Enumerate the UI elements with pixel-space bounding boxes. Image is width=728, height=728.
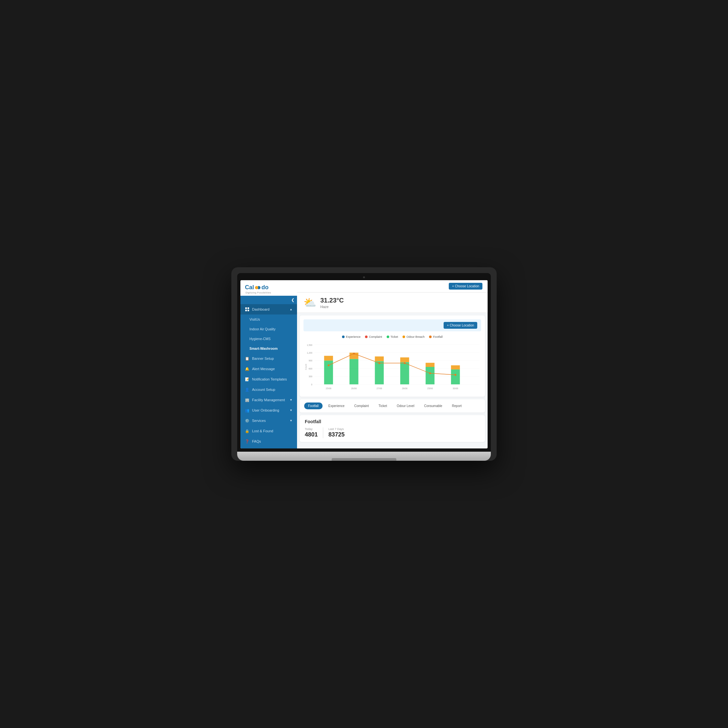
last7-label: Last 7 Days: [329, 427, 344, 431]
facility-icon: 🏢: [245, 398, 249, 402]
chart-legend: Experience Complaint Ticket Odour B: [303, 335, 481, 338]
stat-divider: [323, 427, 323, 438]
sidebar-item-lost-found[interactable]: 🔒 Lost & Found: [240, 426, 297, 436]
chart-section: + Choose Location Experience Complaint: [300, 315, 485, 397]
legend-complaint-label: Complaint: [369, 335, 382, 338]
sidebar-item-label: Alert Message: [252, 367, 275, 371]
laptop-frame: Cal do Digitizing Possibilities ❮: [231, 267, 497, 461]
svg-text:1,200: 1,200: [307, 352, 312, 354]
sidebar-item-label: Indoor Air Quality: [249, 327, 276, 331]
legend-footfall: Footfall: [429, 335, 443, 338]
tabs-section: Footfall Experience Complaint Ticket Odo…: [300, 399, 485, 413]
tabs-row: Footfall Experience Complaint Ticket Odo…: [304, 402, 480, 409]
tab-footfall[interactable]: Footfall: [304, 402, 323, 409]
svg-point-29: [429, 372, 431, 374]
sidebar-item-label: Facility Management: [252, 398, 285, 402]
footfall-dot: [429, 335, 431, 338]
weather-section: ⛅ 31.23°C Haze: [297, 292, 488, 313]
lost-found-icon: 🔒: [245, 429, 249, 433]
sidebar-collapse[interactable]: ❮: [240, 296, 297, 304]
sidebar-item-label: Dashboard: [252, 307, 269, 311]
sidebar-item-label: Notification Templates: [252, 377, 287, 381]
user-onboarding-arrow: ▼: [290, 408, 292, 412]
sidebar-item-banner-setup[interactable]: 📋 Banner Setup: [240, 353, 297, 364]
sidebar-item-smart-washroom[interactable]: Smart-Washroom: [240, 344, 297, 353]
sidebar-item-reports[interactable]: 📊 Reports: [240, 447, 297, 448]
sidebar-item-user-onboarding[interactable]: 👥 User Onboarding ▼: [240, 405, 297, 416]
svg-text:28/06: 28/06: [402, 387, 407, 390]
svg-point-27: [378, 362, 380, 364]
ticket-dot: [387, 335, 389, 338]
sidebar-nav: Dashboard ▲ VisitUs Indoor Air Quality H…: [240, 304, 297, 448]
svg-text:26/06: 26/06: [351, 387, 356, 390]
dashboard-icon: [245, 307, 249, 312]
tab-complaint[interactable]: Complaint: [350, 402, 373, 409]
svg-text:25/06: 25/06: [326, 387, 331, 390]
legend-footfall-label: Footfall: [433, 335, 443, 338]
complaint-dot: [365, 335, 367, 338]
laptop-base: [237, 452, 491, 461]
sidebar-item-notification-templates[interactable]: 📝 Notification Templates: [240, 374, 297, 384]
sidebar-item-label: User Onboarding: [252, 408, 279, 412]
tab-experience[interactable]: Experience: [324, 402, 349, 409]
svg-text:0: 0: [311, 384, 312, 386]
sidebar-item-label: Banner Setup: [252, 356, 274, 361]
logo-circles: [255, 286, 260, 289]
svg-rect-14: [324, 356, 333, 361]
tab-ticket[interactable]: Ticket: [375, 402, 391, 409]
svg-point-26: [353, 353, 355, 355]
collapse-icon[interactable]: ❮: [291, 298, 294, 302]
svg-text:300: 300: [309, 375, 312, 378]
sidebar-item-indoor-air[interactable]: Indoor Air Quality: [240, 324, 297, 334]
faqs-icon: ❓: [245, 439, 249, 444]
sidebar-item-label: Account Setup: [252, 388, 275, 392]
sidebar-item-visitus[interactable]: VisitUs: [240, 315, 297, 324]
today-value: 4801: [305, 431, 318, 438]
sidebar-item-alert-message[interactable]: 🔔 Alert Message: [240, 364, 297, 374]
services-icon: ⚙️: [245, 418, 249, 423]
legend-odour-breach-label: Odour Breach: [406, 335, 425, 338]
sidebar-item-hygiene-cms[interactable]: Hygiene-CMS: [240, 334, 297, 344]
tab-report[interactable]: Report: [448, 402, 466, 409]
sidebar: Cal do Digitizing Possibilities ❮: [240, 280, 297, 448]
weather-condition: Haze: [320, 305, 344, 309]
choose-location-button[interactable]: + Choose Location: [449, 283, 482, 290]
tab-consumable[interactable]: Consumable: [420, 402, 446, 409]
chart-svg: 1,500 1,200 900 600 300 0 Count: [303, 341, 481, 393]
sidebar-item-label: VisitUs: [249, 317, 260, 321]
stat-today: Today 4801: [305, 427, 318, 438]
sidebar-item-label: Lost & Found: [252, 429, 273, 433]
footfall-stats: Today 4801 Last 7 Days 83725: [305, 427, 480, 438]
legend-odour-breach: Odour Breach: [402, 335, 425, 338]
svg-rect-22: [425, 363, 434, 367]
svg-rect-24: [451, 365, 460, 370]
legend-experience-label: Experience: [346, 335, 361, 338]
main-content: + Choose Location ⛅ 31.23°C Haze + Choos…: [297, 280, 488, 448]
sidebar-item-label: FAQs: [252, 439, 261, 443]
logo-cal: Cal: [245, 284, 254, 291]
chart-choose-location-button[interactable]: + Choose Location: [444, 322, 477, 329]
svg-point-30: [454, 374, 457, 376]
weather-temperature: 31.23°C: [320, 297, 344, 304]
facility-arrow: ▼: [290, 398, 292, 402]
sidebar-item-label: Hygiene-CMS: [249, 337, 271, 341]
svg-rect-19: [400, 362, 409, 384]
tab-odour-level[interactable]: Odour Level: [393, 402, 418, 409]
footfall-section: Footfall Today 4801 Last 7 Days 83725: [300, 415, 485, 442]
sidebar-item-facility-management[interactable]: 🏢 Facility Management ▼: [240, 395, 297, 405]
sidebar-item-label: Smart-Washroom: [249, 347, 278, 350]
svg-rect-23: [451, 370, 460, 384]
logo-tagline: Digitizing Possibilities: [246, 292, 271, 294]
legend-complaint: Complaint: [365, 335, 382, 338]
sidebar-item-label: Services: [252, 419, 266, 422]
svg-rect-15: [349, 359, 358, 384]
svg-text:27/06: 27/06: [376, 387, 382, 390]
footfall-title: Footfall: [305, 419, 480, 424]
sidebar-item-faqs[interactable]: ❓ FAQs: [240, 436, 297, 447]
sidebar-item-dashboard[interactable]: Dashboard ▲: [240, 304, 297, 315]
sidebar-item-services[interactable]: ⚙️ Services ▼: [240, 416, 297, 426]
stat-last7: Last 7 Days 83725: [329, 427, 344, 438]
sidebar-item-account-setup[interactable]: 👤 Account Setup: [240, 384, 297, 395]
svg-text:Count: Count: [305, 364, 307, 370]
weather-icon: ⛅: [303, 297, 317, 309]
